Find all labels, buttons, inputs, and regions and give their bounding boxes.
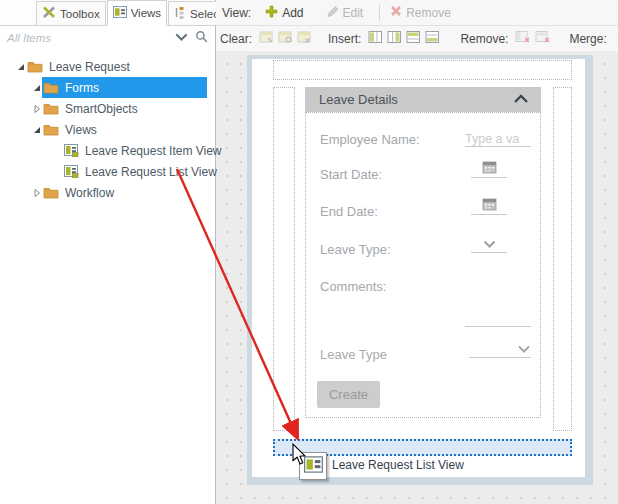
chevron-down-icon[interactable] (175, 31, 188, 45)
clear-icon-group (259, 30, 312, 47)
tree-item-smartobjects[interactable]: SmartObjects (0, 98, 215, 119)
view-toolbar-label: View: (222, 6, 251, 20)
view-toolbar: View: Add Edit Remove (216, 0, 618, 26)
tree-item-leave-request-item-view[interactable]: Leave Request Item View (0, 140, 215, 161)
toolbox-icon (42, 6, 56, 21)
end-date-picker[interactable] (471, 196, 507, 215)
add-view-button[interactable]: Add (265, 5, 303, 21)
remove-group-label: Remove: (460, 32, 508, 46)
folder-icon (43, 123, 59, 136)
form-designer-window: Toolbox Views Selection All Items Leave … (0, 0, 618, 504)
folder-icon (43, 81, 59, 94)
clear-styles-icon[interactable] (278, 30, 293, 47)
empty-table-row[interactable] (273, 60, 572, 80)
chevron-down-icon (483, 238, 496, 252)
separator (379, 4, 380, 21)
clear-all-icon[interactable] (297, 30, 312, 47)
search-icon[interactable] (195, 30, 208, 46)
leave-type-dropdown[interactable] (471, 235, 507, 253)
tree-item-leave-request-list-view[interactable]: Leave Request List View (0, 161, 215, 182)
panel-body: Employee Name: Type a va Start Date: End… (305, 112, 541, 418)
insert-column-left-icon[interactable] (368, 30, 383, 47)
view-icon (64, 165, 79, 178)
leave-type-2-label: Leave Type (320, 347, 387, 362)
insert-row-above-icon[interactable] (406, 30, 421, 47)
x-icon (390, 5, 402, 20)
remove-column-icon[interactable] (515, 30, 531, 47)
edit-view-button[interactable]: Edit (326, 5, 364, 21)
cell-toolbar: Clear: Insert: Remove: Merge: (216, 26, 618, 52)
input-placeholder: Type a va (465, 132, 519, 146)
tree-item-views[interactable]: Views (0, 119, 215, 140)
left-panel: Toolbox Views Selection All Items Leave … (0, 0, 216, 504)
tab-toolbox[interactable]: Toolbox (36, 1, 106, 25)
folder-icon (27, 60, 43, 73)
chevron-up-icon[interactable] (513, 93, 529, 107)
empty-table-cell-right[interactable] (553, 87, 572, 431)
clear-group-label: Clear: (220, 32, 252, 46)
panel-title: Leave Details (319, 92, 513, 107)
filter-input[interactable]: All Items (7, 32, 168, 44)
form-canvas-frame: Leave Details Employee Name: Type a va S… (247, 55, 593, 485)
chevron-down-icon (517, 343, 531, 357)
remove-icon-group (515, 30, 551, 47)
selection-icon (174, 6, 186, 21)
folder-icon (43, 186, 59, 199)
view-icon (64, 144, 79, 157)
tab-views[interactable]: Views (107, 0, 167, 26)
calendar-icon (482, 198, 497, 214)
design-surface: Leave Details Employee Name: Type a va S… (216, 51, 618, 504)
start-date-picker[interactable] (471, 159, 507, 178)
remove-view-button[interactable]: Remove (390, 5, 451, 20)
tree-item-workflow[interactable]: Workflow (0, 182, 215, 203)
tab-label: Toolbox (60, 8, 100, 20)
drag-ghost-label: Leave Request List View (332, 458, 464, 472)
panel-header[interactable]: Leave Details (305, 87, 541, 112)
employee-name-input[interactable]: Type a va (465, 129, 531, 147)
remove-row-icon[interactable] (535, 30, 551, 47)
form-page: Leave Details Employee Name: Type a va S… (252, 59, 585, 477)
collapsed-twisty-icon[interactable] (31, 188, 43, 198)
insert-group-label: Insert: (328, 32, 361, 46)
insert-icon-group (368, 30, 440, 47)
employee-name-label: Employee Name: (320, 132, 420, 147)
leave-type-2-dropdown[interactable] (469, 340, 531, 358)
views-icon (113, 6, 127, 20)
tree-filter-row: All Items (0, 26, 215, 50)
tree-item-forms[interactable]: Forms (0, 77, 215, 98)
pencil-icon (326, 5, 339, 21)
plus-icon (265, 5, 278, 21)
end-date-label: End Date: (320, 204, 378, 219)
start-date-label: Start Date: (320, 167, 382, 182)
expanded-twisty-icon[interactable] (31, 125, 43, 135)
comments-label: Comments: (320, 279, 386, 294)
folder-icon (43, 102, 59, 115)
insert-row-below-icon[interactable] (425, 30, 440, 47)
expanded-twisty-icon[interactable] (15, 62, 27, 72)
tab-label: Views (131, 7, 161, 19)
view-icon (304, 456, 323, 476)
empty-table-cell-left[interactable] (273, 87, 295, 431)
leave-details-panel: Leave Details Employee Name: Type a va S… (305, 87, 541, 418)
calendar-icon (482, 161, 497, 177)
expanded-twisty-icon[interactable] (31, 83, 43, 93)
drag-ghost-icon-box (299, 452, 327, 480)
merge-group-label: Merge: (569, 32, 606, 46)
designer-area: View: Add Edit Remove Clear: (216, 0, 618, 504)
comments-textarea[interactable] (465, 314, 531, 327)
collapsed-twisty-icon[interactable] (31, 104, 43, 114)
leave-type-label: Leave Type: (320, 242, 391, 257)
project-tree: Leave Request Forms SmartObjects Views L (0, 50, 215, 203)
insert-column-right-icon[interactable] (387, 30, 402, 47)
tree-item-leave-request[interactable]: Leave Request (0, 56, 215, 77)
panel-tabbar: Toolbox Views Selection (0, 0, 215, 26)
clear-contents-icon[interactable] (259, 30, 274, 47)
create-button[interactable]: Create (317, 381, 380, 408)
